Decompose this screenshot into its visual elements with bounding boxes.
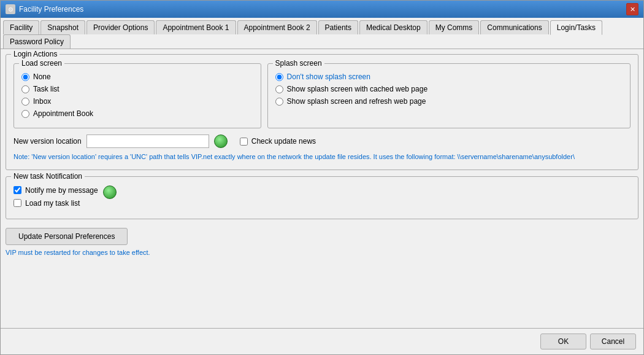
vip-restart-note: VIP must be restarted for changes to tak…: [6, 249, 638, 256]
version-go-button[interactable]: [214, 135, 228, 148]
radio-inbox-label: Inbox: [33, 97, 51, 106]
close-button[interactable]: ✕: [626, 3, 638, 15]
tab-password-policy[interactable]: Password Policy: [3, 34, 71, 49]
radio-splash-cached-input[interactable]: [275, 85, 283, 93]
load-screen-group: Load screen None Task list Inbox: [13, 63, 261, 128]
radio-appointment-book-input[interactable]: [21, 110, 29, 118]
version-note: Note: 'New version location' requires a …: [13, 152, 631, 162]
window-icon: ⚙: [6, 4, 15, 14]
new-version-label: New version location: [13, 137, 82, 146]
radio-splash-cached-label: Show splash screen with cached web page: [287, 85, 427, 93]
radio-task-list-label: Task list: [33, 85, 59, 93]
check-update-checkbox[interactable]: [240, 138, 248, 146]
radio-appointment-book[interactable]: Appointment Book: [21, 109, 253, 118]
radio-task-list-input[interactable]: [21, 85, 29, 93]
radio-none-label: None: [33, 72, 51, 81]
window-title: Facility Preferences: [19, 5, 83, 14]
splash-screen-label: Splash screen: [273, 59, 324, 68]
bottom-bar: OK Cancel: [1, 328, 643, 354]
radio-no-splash-label: Don't show splash screen: [287, 72, 370, 81]
login-actions-group: Login Actions Load screen None Task list: [6, 54, 638, 170]
tab-my-comms[interactable]: My Comms: [429, 20, 480, 34]
tab-appointment-book-1[interactable]: Appointment Book 1: [156, 20, 236, 34]
content-area: Login Actions Load screen None Task list: [1, 49, 643, 328]
radio-splash-cached[interactable]: Show splash screen with cached web page: [275, 85, 623, 93]
splash-screen-group: Splash screen Don't show splash screen S…: [267, 63, 631, 128]
check-update-row: Check update news: [240, 137, 316, 146]
tab-medical-desktop[interactable]: Medical Desktop: [359, 20, 427, 34]
tab-snapshot[interactable]: Snapshot: [40, 20, 85, 34]
tab-bar: Facility Snapshot Provider Options Appoi…: [1, 18, 643, 49]
radio-none[interactable]: None: [21, 72, 253, 81]
notify-message-row: Notify me by message: [13, 185, 631, 199]
notify-message-checkbox[interactable]: [13, 186, 21, 194]
tab-communications[interactable]: Communications: [480, 20, 548, 34]
radio-splash-refresh[interactable]: Show splash screen and refresh web page: [275, 97, 623, 106]
update-personal-prefs-button[interactable]: Update Personal Preferences: [6, 228, 128, 245]
new-version-input[interactable]: [86, 135, 209, 148]
tab-patients[interactable]: Patients: [318, 20, 358, 34]
notification-group: New task Notification Notify me by messa…: [6, 176, 638, 219]
new-version-row: New version location Check update news: [13, 135, 631, 148]
radio-task-list[interactable]: Task list: [21, 85, 253, 93]
radio-no-splash[interactable]: Don't show splash screen: [275, 72, 623, 81]
load-task-list-checkbox-label[interactable]: Load my task list: [13, 199, 631, 208]
notify-message-text: Notify me by message: [25, 186, 98, 195]
load-screen-label: Load screen: [19, 59, 64, 68]
cancel-button[interactable]: Cancel: [590, 334, 636, 349]
radio-no-splash-input[interactable]: [275, 73, 283, 81]
tab-facility[interactable]: Facility: [3, 20, 39, 34]
radio-inbox-input[interactable]: [21, 98, 29, 106]
tab-appointment-book-2[interactable]: Appointment Book 2: [237, 20, 317, 34]
notification-label: New task Notification: [11, 172, 85, 181]
login-actions-label: Login Actions: [11, 50, 59, 58]
title-bar-left: ⚙ Facility Preferences: [6, 4, 83, 14]
ok-button[interactable]: OK: [540, 334, 586, 349]
login-options-columns: Load screen None Task list Inbox: [13, 63, 631, 128]
notify-green-button[interactable]: [103, 185, 117, 199]
radio-appointment-book-label: Appointment Book: [33, 109, 93, 118]
notify-message-checkbox-label[interactable]: Notify me by message: [13, 186, 98, 195]
radio-splash-refresh-input[interactable]: [275, 98, 283, 106]
check-update-label: Check update news: [251, 137, 316, 146]
title-bar: ⚙ Facility Preferences ✕: [1, 1, 643, 18]
load-task-list-text: Load my task list: [25, 199, 80, 208]
tab-provider-options[interactable]: Provider Options: [86, 20, 155, 34]
radio-inbox[interactable]: Inbox: [21, 97, 253, 106]
radio-none-input[interactable]: [21, 73, 29, 81]
load-task-list-checkbox[interactable]: [13, 199, 21, 207]
main-window: ⚙ Facility Preferences ✕ Facility Snapsh…: [0, 0, 644, 355]
tab-login-tasks[interactable]: Login/Tasks: [550, 20, 602, 35]
radio-splash-refresh-label: Show splash screen and refresh web page: [287, 97, 426, 106]
